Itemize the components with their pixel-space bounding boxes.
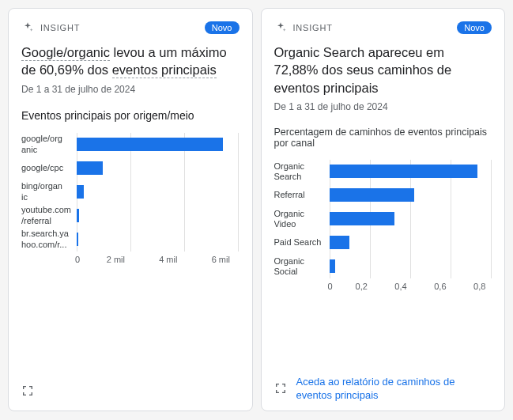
category-label: Organic Video <box>274 209 330 229</box>
chart-row: google/org anic <box>21 133 240 157</box>
new-badge: Novo <box>457 21 492 34</box>
category-label: br.search.ya hoo.com/r... <box>21 229 77 249</box>
chart-row: Organic Video <box>274 207 492 231</box>
insight-label: INSIGHT <box>293 23 333 32</box>
insight-tag: INSIGHT <box>274 21 333 34</box>
card-header: INSIGHT Novo <box>21 21 240 34</box>
axis-tick: 2 mil <box>107 255 125 264</box>
card-header: INSIGHT Novo <box>274 21 492 34</box>
bar <box>77 138 223 151</box>
expand-icon[interactable] <box>21 384 34 397</box>
chart-row: youtube.com /referral <box>21 204 240 228</box>
bar <box>330 236 350 249</box>
axis-tick: 6 mil <box>212 255 230 264</box>
sparkle-icon <box>274 21 287 34</box>
axis-tick: 0 <box>328 282 333 291</box>
bar <box>330 165 478 178</box>
report-link[interactable]: Aceda ao relatório de caminhos de evento… <box>296 375 492 403</box>
axis-tick: 0,8 <box>473 282 485 291</box>
date-range: De 1 a 31 de julho de 2024 <box>21 84 240 95</box>
category-label: google/cpc <box>21 163 77 173</box>
category-label: google/org anic <box>21 134 77 154</box>
category-label: Referral <box>274 190 330 200</box>
card-title: Google/organic levou a um máximo de 60,6… <box>21 44 240 79</box>
category-label: youtube.com /referral <box>21 205 77 225</box>
bar <box>330 212 394 225</box>
category-label: Paid Search <box>274 237 330 248</box>
card-footer <box>21 368 240 403</box>
chart-row: Referral <box>274 184 492 207</box>
bar <box>77 209 79 222</box>
chart-title: Eventos principais por origem/meio <box>21 109 240 122</box>
insight-card: INSIGHT Novo Google/organic levou a um m… <box>8 8 253 411</box>
axis-tick: 0,4 <box>394 282 406 291</box>
bar <box>330 259 336 273</box>
category-label: bing/organ ic <box>21 181 77 202</box>
chart-row: br.search.ya hoo.com/r... <box>21 228 240 252</box>
bar <box>330 188 415 202</box>
expand-icon[interactable] <box>274 382 287 395</box>
bar-chart: google/org anicgoogle/cpcbing/organ icyo… <box>21 133 240 264</box>
chart-row: Organic Search <box>274 160 492 184</box>
axis-tick: 0,6 <box>434 282 446 291</box>
chart-row: Paid Search <box>274 231 492 255</box>
insight-label: INSIGHT <box>40 23 80 32</box>
card-footer: Aceda ao relatório de caminhos de evento… <box>274 364 492 403</box>
date-range: De 1 a 31 de julho de 2024 <box>274 101 492 112</box>
sparkle-icon <box>21 21 34 34</box>
chart-title: Percentagem de caminhos de eventos princ… <box>274 127 492 149</box>
insight-tag: INSIGHT <box>21 21 80 34</box>
new-badge: Novo <box>205 21 240 34</box>
category-label: Organic Social <box>274 256 330 277</box>
chart-row: bing/organ ic <box>21 180 240 204</box>
insight-card: INSIGHT Novo Organic Search apareceu em … <box>261 8 506 411</box>
card-title: Organic Search apareceu em 72,88% dos se… <box>274 44 492 96</box>
chart-row: google/cpc <box>21 157 240 180</box>
bar-chart: Organic SearchReferralOrganic VideoPaid … <box>274 160 492 291</box>
bar <box>77 185 84 199</box>
category-label: Organic Search <box>274 161 330 182</box>
axis-tick: 0 <box>75 255 80 264</box>
axis-tick: 0,2 <box>356 282 368 291</box>
bar <box>77 161 103 175</box>
chart-row: Organic Social <box>274 255 492 278</box>
axis-tick: 4 mil <box>159 255 177 264</box>
bar <box>77 233 78 246</box>
